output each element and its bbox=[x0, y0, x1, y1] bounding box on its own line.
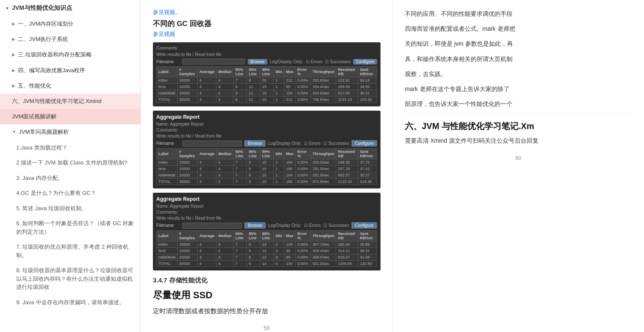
table-cell: 14 bbox=[260, 241, 273, 248]
table-cell: 10000 bbox=[177, 90, 197, 97]
browse-btn-3[interactable]: Browse bbox=[244, 222, 265, 229]
table-cell: 184 bbox=[284, 159, 296, 166]
table-row: time1000044791511860.00%291.9/sec297.293… bbox=[157, 166, 377, 172]
col-max: Max bbox=[284, 67, 296, 77]
table-cell: 11 bbox=[247, 84, 260, 90]
table-cell: time bbox=[157, 248, 178, 254]
configure-btn-2[interactable]: Configure bbox=[351, 140, 377, 147]
col-recv: Received KB bbox=[336, 149, 358, 159]
table-cell: 103.49 bbox=[358, 97, 377, 103]
sidebar-subitem-8[interactable]: 8. 垃圾回收器的基本原理是什么？垃圾回收器可以马上回收内存吗？有什么办法主动通… bbox=[0, 263, 141, 295]
table-cell: 4 bbox=[217, 159, 234, 166]
sidebar-subitem-3[interactable]: 3. Java 内存分配。 bbox=[0, 170, 141, 186]
page-number-left: 59 bbox=[153, 325, 381, 332]
table-cell: 0.00% bbox=[296, 179, 311, 185]
col-min: Min bbox=[274, 231, 284, 241]
comments-label-3: Comments: bbox=[156, 210, 178, 214]
sidebar-item-label: 三.垃圾回收器和内存分配策略 bbox=[18, 51, 92, 59]
sidebar-item-label: JVM常问高频题解析 bbox=[19, 128, 69, 136]
table-cell: 527.69 bbox=[336, 90, 358, 97]
gc-heading: 不同的 GC 回收器 bbox=[153, 19, 381, 29]
table-cell: 4 bbox=[197, 254, 216, 261]
table-cell: 1 bbox=[274, 77, 284, 84]
configure-btn-1[interactable]: Configure bbox=[353, 59, 377, 65]
col-95: 95% Line bbox=[247, 231, 260, 241]
sidebar-item-2[interactable]: ▶ 二、JVM执行子系统 bbox=[0, 32, 141, 47]
table-cell: 1 bbox=[274, 172, 284, 179]
subitem-label: 5. 简述 Java 垃圾回收机制。 bbox=[16, 205, 87, 212]
sidebar-subitem-2[interactable]: 2.描述一下 JVM 加载 Class 文件的原理机制? bbox=[0, 155, 141, 170]
table-cell: 10000 bbox=[177, 166, 197, 172]
table-row: index1000044791401390.00%307.1/sec260.34… bbox=[157, 241, 377, 248]
col-max: Max bbox=[284, 149, 296, 159]
configure-btn-3[interactable]: Configure bbox=[351, 222, 377, 229]
table-cell: 139 bbox=[284, 241, 296, 248]
table-cell: 4 bbox=[217, 254, 234, 261]
sidebar-item-3[interactable]: ▶ 三.垃圾回收器和内存分配策略 bbox=[0, 47, 141, 62]
sidebar-item-label: 五、性能优化 bbox=[18, 82, 51, 90]
col-samples: # Samples bbox=[177, 231, 197, 241]
table-cell: 7 bbox=[234, 172, 247, 179]
table-cell: 41.58 bbox=[358, 254, 377, 261]
table-cell: 0.00% bbox=[296, 254, 311, 261]
table-row: TOTAL3000044791401390.00%921.0/sec1185.6… bbox=[157, 261, 377, 267]
table-cell: 8 bbox=[247, 77, 260, 84]
sidebar-subitem-1[interactable]: 1.Java 类加载过程？ bbox=[0, 140, 141, 156]
sidebar-subitem-4[interactable]: 4.GC 是什么？为什么要有 GC？ bbox=[0, 185, 141, 201]
table-cell: time bbox=[157, 84, 178, 90]
page-right: 不同的应用、不同的性能要求调优的手段 四海而皆准的配置或者公式。mark 老师把… bbox=[393, 0, 644, 332]
table-cell: 8 bbox=[234, 97, 247, 103]
sidebar-subitem-5[interactable]: 5. 简述 Java 垃圾回收机制。 bbox=[0, 201, 141, 216]
sidebar-subitem-9[interactable]: 9. Java 中会存在内存泄漏吗，请简单描述。 bbox=[0, 295, 141, 310]
table-cell: 54.16 bbox=[358, 77, 377, 84]
table-cell: 212 bbox=[284, 97, 296, 103]
table-cell: 7 bbox=[234, 261, 247, 267]
sidebar-section-jvm[interactable]: ▼ JVM与性能优化知识点 bbox=[0, 0, 141, 16]
col-avg: Average bbox=[197, 149, 216, 159]
table-cell: 11 bbox=[247, 90, 260, 97]
table-cell: 1 bbox=[274, 90, 284, 97]
sidebar-item-label: 二、JVM执行子系统 bbox=[18, 35, 68, 43]
browse-btn-2[interactable]: Browse bbox=[244, 140, 265, 147]
table-cell: 8 bbox=[247, 254, 260, 261]
see-video-link-2[interactable]: 参见视频 bbox=[153, 30, 381, 38]
table-cell: 4 bbox=[197, 166, 216, 172]
table-cell: 292.6/sec bbox=[310, 77, 336, 84]
ssd-heading: 尽量使用 SSD bbox=[153, 289, 381, 302]
see-video-link-1[interactable]: 参见视频。 bbox=[153, 9, 381, 16]
table-cell: 307.1/sec bbox=[310, 241, 336, 248]
arrow-icon: ▼ bbox=[12, 129, 16, 135]
sidebar-item-1[interactable]: ▶ 一、JVM内存区域划分 bbox=[0, 16, 141, 32]
col-90: 90% Line bbox=[234, 231, 247, 241]
col-samples: # Samples bbox=[177, 149, 197, 159]
table-cell: 1 bbox=[274, 84, 284, 90]
table-cell: 871.9/sec bbox=[310, 179, 336, 185]
table-cell: noteMetal bbox=[157, 172, 178, 179]
sidebar-item-5[interactable]: ▶ 五、性能优化 bbox=[0, 78, 141, 94]
table-cell: 0.00% bbox=[296, 77, 311, 84]
browse-btn-1[interactable]: Browse bbox=[248, 59, 267, 65]
arrow-icon: ▶ bbox=[12, 21, 15, 27]
sidebar-item-4[interactable]: ▶ 四、编写高效优雅Java程序 bbox=[0, 63, 141, 78]
table-cell: 19 bbox=[260, 90, 273, 97]
table-cell: 4 bbox=[217, 77, 234, 84]
table-cell: 10000 bbox=[177, 241, 197, 248]
table-row: noteMetal1000044791511040.00%291.9/sec58… bbox=[157, 172, 377, 179]
jmeter-data-table-1: Label # Samples Average Median 90% Line … bbox=[156, 66, 377, 103]
table-row: time100004478140990.00%308.4/sec314.1439… bbox=[157, 248, 377, 254]
table-cell: 8 bbox=[234, 84, 247, 90]
table-cell: 20 bbox=[260, 77, 273, 84]
col-median: Median bbox=[217, 149, 234, 159]
xmind-heading: 六、JVM 与性能优化学习笔记.Xm bbox=[405, 120, 632, 132]
table-cell: 788.6/sec bbox=[310, 97, 336, 103]
sidebar-item-faq[interactable]: ▼ JVM常问高频题解析 bbox=[0, 124, 141, 140]
table-cell: 212 bbox=[284, 77, 296, 84]
col-avg: Average bbox=[197, 231, 216, 241]
sidebar-item-6[interactable]: 六、JVM与性能优化学习笔记.Xmind bbox=[0, 94, 141, 109]
table-cell: 30000 bbox=[177, 179, 197, 185]
table-cell: 120.83 bbox=[358, 261, 377, 267]
sidebar-subitem-6[interactable]: 6. 如何判断一个对象是否存活？（或者 GC 对象的判定方法） bbox=[0, 216, 141, 239]
sidebar-item-jvm-video[interactable]: JVM面试视频讲解 bbox=[0, 109, 141, 124]
sidebar-subitem-7[interactable]: 7. 垃圾回收的优点和原理。并考虑 2 种回收机制。 bbox=[0, 239, 141, 263]
table-cell: TOTAL bbox=[157, 261, 178, 267]
